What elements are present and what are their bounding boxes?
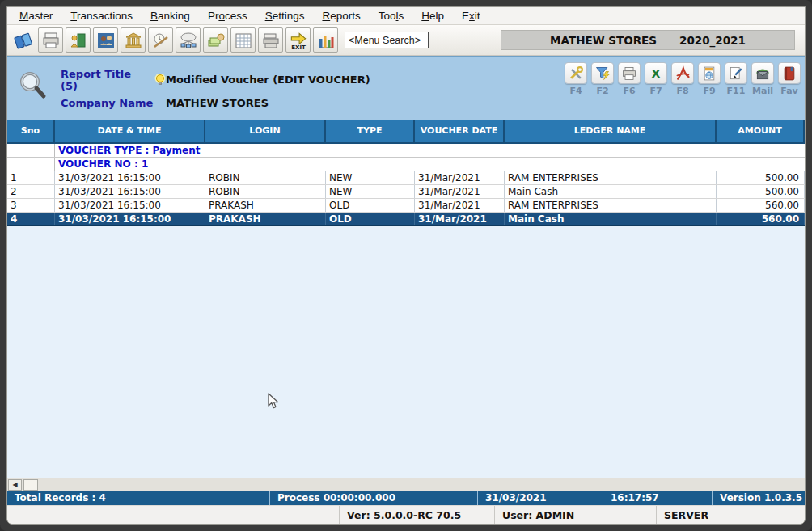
menu-exit[interactable]: Exit bbox=[453, 8, 489, 23]
bank-building-icon bbox=[124, 31, 143, 50]
menu-tools[interactable]: Tools bbox=[370, 8, 413, 23]
status-date: 31/03/2021 bbox=[478, 491, 603, 505]
action-print-f6: F6 bbox=[618, 62, 641, 96]
menu-search-input[interactable] bbox=[345, 32, 429, 48]
grid-header-row: Sno DATE & TIME LOGIN TYPE VOUCHER DATE … bbox=[7, 120, 805, 144]
magnifier-icon bbox=[17, 70, 49, 103]
tools-icon bbox=[568, 65, 584, 82]
chart-button[interactable] bbox=[313, 27, 338, 53]
status-total-records: Total Records : 4 bbox=[7, 491, 270, 505]
col-header-ledger-name[interactable]: LEDGER NAME bbox=[505, 120, 717, 142]
grid-empty-area bbox=[7, 226, 805, 478]
bulb-icon bbox=[154, 74, 166, 86]
accounts-button[interactable] bbox=[11, 27, 36, 53]
menu-transactions[interactable]: Transactions bbox=[61, 8, 142, 23]
company-year-banner: MATHEW STORES 2020_2021 bbox=[501, 30, 795, 50]
group-voucher-no-text: VOUCHER NO : 1 bbox=[55, 158, 805, 171]
voucher-grid: Sno DATE & TIME LOGIN TYPE VOUCHER DATE … bbox=[7, 120, 805, 478]
edit-button[interactable] bbox=[725, 62, 747, 84]
status-bar-blue: Total Records : 4 Process 00:00:00.000 3… bbox=[7, 491, 805, 505]
filter-icon bbox=[594, 65, 611, 82]
table-row[interactable]: 1 31/03/2021 16:15:00 ROBIN NEW 31/Mar/2… bbox=[7, 171, 805, 185]
masters-button[interactable] bbox=[66, 27, 91, 53]
left-arrow-icon: ◀ bbox=[12, 482, 17, 488]
exit-button[interactable]: EXIT bbox=[285, 27, 311, 53]
company-button[interactable] bbox=[121, 27, 146, 53]
bar-chart-icon bbox=[316, 31, 336, 50]
col-header-login[interactable]: LOGIN bbox=[205, 120, 326, 142]
action-edit-f11: F11 bbox=[725, 62, 747, 96]
action-favorite: Fav bbox=[778, 62, 801, 96]
exit-icon: EXIT bbox=[288, 30, 309, 51]
favorite-button[interactable] bbox=[778, 62, 801, 84]
cash-entry-button[interactable] bbox=[203, 27, 228, 53]
action-html-f9: F9 bbox=[698, 62, 721, 96]
table-row[interactable]: 2 31/03/2021 16:15:00 ROBIN NEW 31/Mar/2… bbox=[7, 185, 805, 199]
col-header-sno[interactable]: Sno bbox=[7, 120, 55, 142]
col-header-voucher-date[interactable]: VOUCHER DATE bbox=[415, 120, 505, 142]
drafting-icon bbox=[151, 31, 171, 50]
users-button[interactable] bbox=[93, 27, 118, 53]
table-row[interactable]: 3 31/03/2021 16:15:00 PRAKASH OLD 31/Mar… bbox=[7, 199, 805, 213]
report-header: Report Title (5) Modified Voucher (EDIT … bbox=[7, 56, 805, 120]
action-mail: Mail bbox=[751, 62, 774, 96]
report-title-line: Report Title (5) Modified Voucher (EDIT … bbox=[61, 68, 370, 92]
menu-settings[interactable]: Settings bbox=[256, 8, 314, 23]
report-title-label-wrap: Report Title (5) bbox=[61, 68, 166, 92]
status-server: SERVER bbox=[656, 506, 805, 524]
status-bar-gray: Ver: 5.0.0.0-RC 70.5 User: ADMIN SERVER bbox=[7, 505, 805, 524]
action-excel-f7: X F7 bbox=[645, 62, 667, 96]
col-header-amount[interactable]: AMOUNT bbox=[717, 120, 805, 142]
master-book-icon bbox=[69, 31, 88, 50]
print-button[interactable] bbox=[38, 27, 63, 53]
status-user: User: ADMIN bbox=[494, 506, 656, 524]
report-print-button[interactable] bbox=[618, 62, 641, 84]
svg-text:X: X bbox=[652, 67, 661, 80]
network-button[interactable] bbox=[176, 27, 201, 53]
menu-help[interactable]: Help bbox=[412, 8, 453, 23]
pdf-export-button[interactable] bbox=[671, 62, 694, 84]
cash-icon bbox=[206, 31, 226, 50]
excel-icon: X bbox=[648, 65, 664, 82]
menu-master[interactable]: Master bbox=[11, 8, 61, 23]
status-report-version: Version 1.0.3.5 bbox=[713, 491, 805, 505]
app-window: Master Transactions Banking Process Sett… bbox=[6, 6, 806, 525]
menu-process[interactable]: Process bbox=[199, 8, 256, 23]
mail-button[interactable] bbox=[751, 62, 774, 84]
menu-bar: Master Transactions Banking Process Sett… bbox=[7, 7, 805, 25]
mail-icon bbox=[755, 65, 771, 82]
group-row-voucher-no: VOUCHER NO : 1 bbox=[7, 158, 805, 171]
menu-banking[interactable]: Banking bbox=[142, 8, 199, 23]
report-titles: Report Title (5) Modified Voucher (EDIT … bbox=[61, 68, 370, 109]
html-export-button[interactable] bbox=[698, 62, 721, 84]
banner-year: 2020_2021 bbox=[679, 34, 746, 47]
tools-button[interactable] bbox=[565, 62, 587, 84]
horizontal-scrollbar[interactable]: ◀ bbox=[7, 478, 805, 491]
company-name-line: Company Name MATHEW STORES bbox=[61, 97, 370, 109]
network-icon bbox=[179, 31, 198, 50]
menu-reports[interactable]: Reports bbox=[313, 8, 369, 23]
favorite-book-icon bbox=[781, 65, 797, 82]
status-empty-panel bbox=[7, 506, 339, 524]
excel-export-button[interactable]: X bbox=[645, 62, 667, 84]
action-filter-f2: F2 bbox=[591, 62, 614, 96]
banner-company: MATHEW STORES bbox=[550, 34, 657, 47]
company-name-value: MATHEW STORES bbox=[166, 97, 269, 109]
app-screen: Master Transactions Banking Process Sett… bbox=[0, 0, 812, 531]
calendar-button[interactable] bbox=[230, 27, 256, 53]
scrollbar-thumb[interactable] bbox=[23, 479, 38, 491]
filter-button[interactable] bbox=[591, 62, 614, 84]
report-title-label: Report Title (5) bbox=[61, 68, 151, 92]
group-voucher-type-text: VOUCHER TYPE : Payment bbox=[55, 144, 805, 157]
status-process-time: Process 00:00:00.000 bbox=[270, 491, 478, 505]
register-button[interactable] bbox=[258, 27, 283, 53]
search-magnifier[interactable] bbox=[17, 70, 49, 107]
scroll-left-button[interactable]: ◀ bbox=[8, 479, 22, 491]
report-printer-icon bbox=[621, 65, 637, 82]
company-name-label: Company Name bbox=[61, 97, 166, 109]
col-header-type[interactable]: TYPE bbox=[326, 120, 415, 142]
table-row-selected[interactable]: 4 31/03/2021 16:15:00 PRAKASH OLD 31/Mar… bbox=[7, 213, 805, 226]
col-header-datetime[interactable]: DATE & TIME bbox=[55, 120, 205, 142]
svg-text:EXIT: EXIT bbox=[291, 43, 306, 50]
settings-tools-button[interactable] bbox=[148, 27, 173, 53]
